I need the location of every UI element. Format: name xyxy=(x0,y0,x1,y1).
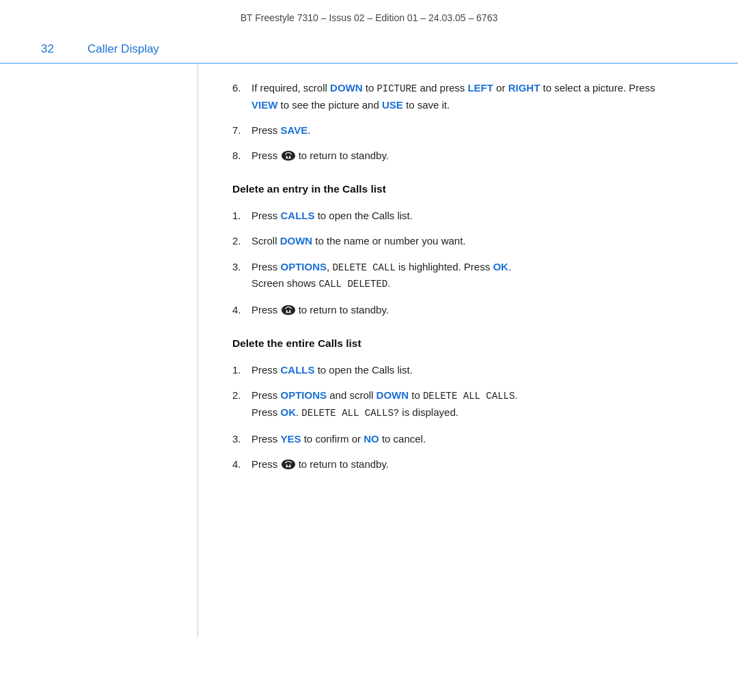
list-item: 1. Press CALLS to open the Calls list. xyxy=(232,208,670,223)
step-number: 4. xyxy=(232,302,251,318)
step-number: 3. xyxy=(232,431,251,447)
keyword-down: DOWN xyxy=(280,235,313,247)
step-text: Press CALLS to open the Calls list. xyxy=(251,208,413,223)
step-text: Press OPTIONS and scroll DOWN to DELETE … xyxy=(251,387,518,421)
step-text: Press to return to standby. xyxy=(251,456,389,473)
list-item: 8. Press to return to standby. xyxy=(232,148,670,164)
subsection2-list: 1. Press CALLS to open the Calls list. 2… xyxy=(232,362,670,473)
main-content: 6. If required, scroll DOWN to PICTURE a… xyxy=(198,64,697,637)
keyword-delete-all-calls-q: DELETE ALL CALLS? xyxy=(301,408,399,419)
subsection1-heading: Delete an entry in the Calls list xyxy=(232,183,670,195)
list-item: 3. Press YES to confirm or NO to cancel. xyxy=(232,431,670,447)
step-number: 6. xyxy=(232,80,251,96)
keyword-yes: YES xyxy=(281,433,301,445)
step-number: 1. xyxy=(232,208,251,223)
left-margin xyxy=(41,64,198,637)
subsection2-heading: Delete the entire Calls list xyxy=(232,337,670,350)
step-text: If required, scroll DOWN to PICTURE and … xyxy=(251,80,670,113)
keyword-no: NO xyxy=(364,433,379,445)
keyword-calls: CALLS xyxy=(281,364,315,376)
phone-end-icon xyxy=(281,303,296,318)
keyword-down: DOWN xyxy=(377,389,409,401)
list-item: 4. Press to return to standby. xyxy=(232,456,670,473)
keyword-view: VIEW xyxy=(251,99,277,111)
keyword-delete-call: DELETE CALL xyxy=(332,262,395,273)
list-item: 2. Press OPTIONS and scroll DOWN to DELE… xyxy=(232,387,670,421)
step-text: Press OPTIONS, DELETE CALL is highlighte… xyxy=(251,259,511,292)
steps-list: 6. If required, scroll DOWN to PICTURE a… xyxy=(232,80,670,164)
phone-end-icon xyxy=(281,457,296,472)
step-number: 4. xyxy=(232,456,251,472)
list-item: 3. Press OPTIONS, DELETE CALL is highlig… xyxy=(232,259,670,292)
keyword-picture: PICTURE xyxy=(377,83,417,94)
page-container: BT Freestyle 7310 – Issus 02 – Edition 0… xyxy=(0,0,738,700)
list-item: 4. Press to return to standby. xyxy=(232,302,670,318)
list-item: 6. If required, scroll DOWN to PICTURE a… xyxy=(232,80,670,113)
section-header: 32 Caller Display xyxy=(0,30,738,64)
keyword-down: DOWN xyxy=(330,82,363,94)
step-text: Press CALLS to open the Calls list. xyxy=(251,362,413,378)
step-number: 3. xyxy=(232,259,251,275)
subsection1-list: 1. Press CALLS to open the Calls list. 2… xyxy=(232,208,670,318)
keyword-calls: CALLS xyxy=(281,210,315,221)
keyword-options: OPTIONS xyxy=(281,389,327,401)
list-item: 2. Scroll DOWN to the name or number you… xyxy=(232,233,670,249)
keyword-left: LEFT xyxy=(467,82,493,94)
header-text: BT Freestyle 7310 – Issus 02 – Edition 0… xyxy=(241,12,497,23)
step-text: Press SAVE. xyxy=(251,122,310,138)
content-area: 6. If required, scroll DOWN to PICTURE a… xyxy=(0,64,738,637)
keyword-use: USE xyxy=(382,99,403,111)
step-number: 2. xyxy=(232,233,251,249)
phone-end-icon xyxy=(281,148,296,163)
keyword-ok: OK xyxy=(493,261,508,272)
step-text: Press to return to standby. xyxy=(251,302,389,318)
step-number: 8. xyxy=(232,148,251,163)
keyword-save: SAVE xyxy=(281,124,308,136)
header-bar: BT Freestyle 7310 – Issus 02 – Edition 0… xyxy=(0,0,738,30)
step-number: 7. xyxy=(232,122,251,138)
keyword-call-deleted: CALL DELETED xyxy=(318,279,387,290)
keyword-right: RIGHT xyxy=(508,82,541,94)
section-title: Caller Display xyxy=(87,42,159,56)
step-number: 2. xyxy=(232,387,251,403)
page-number: 32 xyxy=(41,42,68,56)
step-text: Press YES to confirm or NO to cancel. xyxy=(251,431,426,447)
keyword-ok: OK xyxy=(281,406,297,418)
step-text: Press to return to standby. xyxy=(251,148,389,164)
keyword-delete-all-calls: DELETE ALL CALLS xyxy=(423,391,515,402)
list-item: 7. Press SAVE. xyxy=(232,122,670,138)
list-item: 1. Press CALLS to open the Calls list. xyxy=(232,362,670,378)
step-number: 1. xyxy=(232,362,251,378)
step-text: Scroll DOWN to the name or number you wa… xyxy=(251,233,465,249)
keyword-options: OPTIONS xyxy=(281,261,327,272)
